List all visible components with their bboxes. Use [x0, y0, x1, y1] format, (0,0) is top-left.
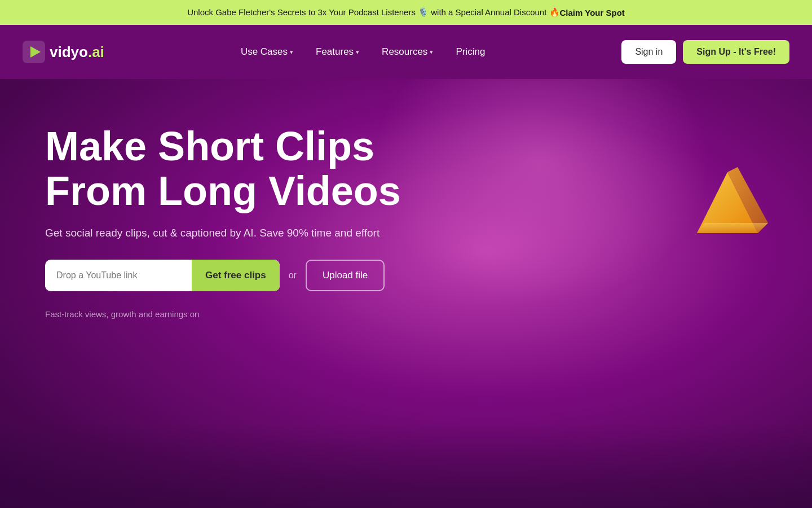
nav-features[interactable]: Features ▾	[307, 41, 368, 63]
svg-marker-4	[697, 223, 768, 233]
logo-icon	[23, 41, 45, 63]
logo-text: vidyo.ai	[50, 43, 104, 61]
youtube-url-input[interactable]	[45, 260, 192, 291]
upload-file-button[interactable]: Upload file	[306, 260, 385, 291]
nav-use-cases[interactable]: Use Cases ▾	[232, 41, 302, 63]
get-free-clips-button[interactable]: Get free clips	[192, 260, 280, 291]
chevron-down-icon: ▾	[356, 49, 359, 56]
or-divider: or	[289, 270, 297, 281]
fast-track-text: Fast-track views, growth and earnings on	[45, 309, 778, 319]
chevron-down-icon: ▾	[290, 49, 293, 56]
logo-area[interactable]: vidyo.ai	[23, 41, 104, 63]
url-input-container: Get free clips	[45, 260, 280, 291]
nav-pricing[interactable]: Pricing	[447, 41, 494, 63]
triangle-decoration	[677, 147, 778, 248]
nav-links: Use Cases ▾ Features ▾ Resources ▾ Prici…	[232, 41, 494, 63]
nav-resources[interactable]: Resources ▾	[373, 41, 442, 63]
hero-title: Make Short Clips From Long Videos	[45, 124, 412, 213]
chevron-down-icon: ▾	[430, 49, 433, 56]
hero-section: Make Short Clips From Long Videos Get so…	[0, 79, 812, 508]
nav-actions: Sign in Sign Up - It's Free!	[621, 40, 789, 64]
signup-button[interactable]: Sign Up - It's Free!	[683, 40, 789, 64]
announcement-text: Unlock Gabe Fletcher's Secrets to 3x You…	[187, 7, 559, 17]
announcement-bar: Unlock Gabe Fletcher's Secrets to 3x You…	[0, 0, 812, 25]
cta-row: Get free clips or Upload file	[45, 260, 778, 291]
signin-button[interactable]: Sign in	[621, 40, 676, 64]
navbar: vidyo.ai Use Cases ▾ Features ▾ Resource…	[0, 25, 812, 79]
hero-subtitle: Get social ready clips, cut & captioned …	[45, 227, 383, 239]
claim-your-spot-link[interactable]: Claim Your Spot	[560, 8, 625, 17]
